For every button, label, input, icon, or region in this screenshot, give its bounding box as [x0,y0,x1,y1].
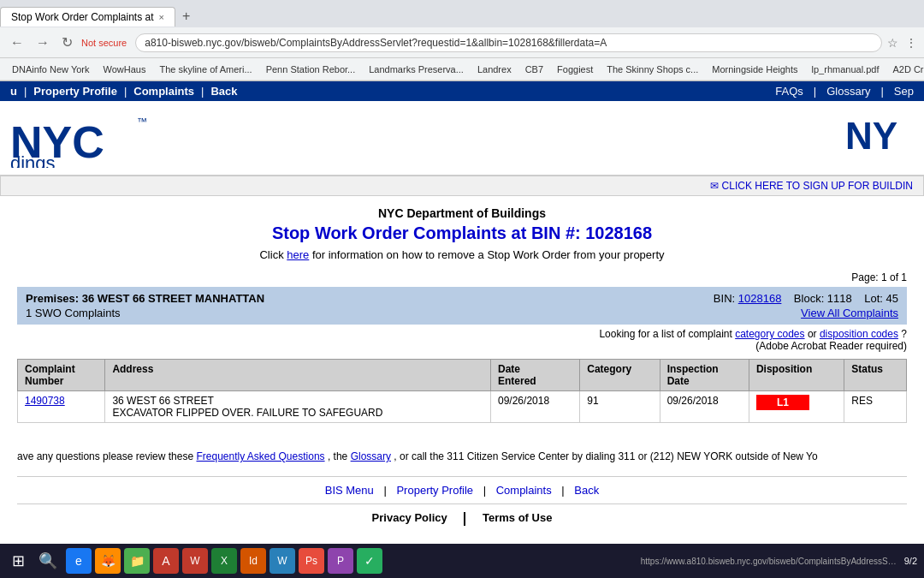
tab-close-button[interactable]: × [159,12,164,22]
col-header-disposition: Disposition [749,360,844,391]
address-line1: 36 WEST 66 STREET [112,395,483,407]
footer-info: ave any questions please review these Fr… [17,444,907,469]
bottom-nav: BIS Menu | Property Profile | Complaints… [17,476,907,504]
back-button[interactable]: ← [7,33,27,52]
menu-icon[interactable]: ⋮ [905,36,917,50]
col-header-inspection: InspectionDate [660,360,749,391]
svg-text:™: ™ [137,116,147,128]
bookmarks-bar: DNAinfo New York WowHaus The skyline of … [0,58,924,80]
privacy-row: Privacy Policy Terms of Use [17,504,907,533]
inspection-date-cell: 09/26/2018 [660,391,749,423]
nav-link-faqs[interactable]: FAQs [775,85,803,98]
premises-label: Premises: 36 WEST 66 STREET MANHATTAN [26,292,264,305]
table-row: 1490738 36 WEST 66 STREET EXCAVATOR FLIP… [18,391,907,423]
bookmark-wowhaus[interactable]: WowHaus [98,63,151,76]
bookmark-landmarks[interactable]: Landmarks Preserva... [364,63,469,76]
svg-text:dings: dings [10,152,56,168]
premises-bar: Premises: 36 WEST 66 STREET MANHATTAN 1 … [17,287,907,325]
col-header-status: Status [844,360,907,391]
category-codes-link[interactable]: category codes [735,328,804,340]
logo-right: NY [845,108,914,162]
main-content: NYC Department of Buildings Stop Work Or… [0,196,924,543]
status-cell: RES [844,391,907,423]
signup-text: CLICK HERE TO SIGN UP FOR BUILDIN [722,180,913,192]
col-header-category: Category [580,360,660,391]
nav-link-property-profile[interactable]: Property Profile [33,85,117,98]
lot-label: Lot: 45 [864,292,898,305]
disposition-badge: L1 [756,395,809,410]
block-label: Block: 1118 [794,292,852,305]
disposition-label: L1 [777,396,789,408]
footer-text-middle: , the [328,450,347,462]
disposition-codes-link[interactable]: disposition codes [820,328,898,340]
stop-work-link[interactable]: here [287,248,309,261]
address-cell: 36 WEST 66 STREET EXCAVATOR FLIPPED OVER… [105,391,491,423]
nav-link-glossary[interactable]: Glossary [826,85,870,98]
forward-button[interactable]: → [33,33,53,52]
bookmark-penn[interactable]: Penn Station Rebor... [261,63,361,76]
bookmark-landrex[interactable]: Landrex [472,63,517,76]
privacy-divider [464,512,465,526]
ny-state-logo: NY [845,108,914,159]
svg-text:NY: NY [845,115,897,157]
bottom-nav-complaints[interactable]: Complaints [496,484,552,497]
email-icon: ✉ [710,180,719,192]
glossary-footer-link[interactable]: Glossary [351,450,391,462]
bottom-nav-property-profile[interactable]: Property Profile [396,484,473,497]
dept-title: NYC Department of Buildings [17,206,907,220]
nyc-logo: NYC ™ dings [10,108,147,168]
stop-work-text-after: for information on how to remove a Stop … [312,248,665,261]
footer-text-after: , or call the 311 Citizen Service Center… [394,450,817,462]
category-cell: 91 [580,391,660,423]
faq-link[interactable]: Frequently Asked Questions [196,450,324,462]
bookmark-pdf[interactable]: lp_rhmanual.pdf [807,63,885,76]
privacy-policy-link[interactable]: Privacy Policy [372,511,447,524]
nav-link-u[interactable]: u [10,85,17,98]
bookmark-skinny[interactable]: The Skinny Shops c... [601,63,703,76]
complaint-number-cell: 1490738 [18,391,105,423]
bookmark-cb7[interactable]: CB7 [520,63,548,76]
col-header-date: DateEntered [491,360,580,391]
tab-title: Stop Work Order Complaints at [11,11,154,23]
address-bar[interactable] [135,33,882,52]
premises-right: BIN: 1028168 Block: 1118 Lot: 45 View Al… [714,292,898,319]
stop-work-text-before: Click [259,248,283,261]
browser-tab[interactable]: Stop Work Order Complaints at × [0,7,175,27]
view-all-complaints-link[interactable]: View All Complaints [714,307,898,319]
terms-of-use-link[interactable]: Terms of Use [483,511,552,524]
disposition-cell: L1 [749,391,844,423]
footer-text-before: ave any questions please review these [17,450,193,462]
nav-link-complaints[interactable]: Complaints [133,85,194,98]
page-heading: Stop Work Order Complaints at BIN #: 102… [17,223,907,243]
bookmark-icon[interactable]: ☆ [887,36,898,50]
complaints-table: ComplaintNumber Address DateEntered Cate… [17,359,907,423]
complaint-info-or: or [808,328,817,340]
complaint-number-link[interactable]: 1490738 [25,395,65,407]
bookmark-skyline[interactable]: The skyline of Ameri... [154,63,257,76]
security-warning: Not secure [81,38,127,48]
address-line2: EXCAVATOR FLIPPED OVER. FAILURE TO SAFEG… [112,407,483,419]
bin-label: BIN: [714,292,735,305]
nav-link-sep[interactable]: Sep [894,85,914,98]
signup-banner[interactable]: ✉ CLICK HERE TO SIGN UP FOR BUILDIN [0,176,924,196]
col-header-address: Address [105,360,491,391]
logo-area: NYC ™ dings NY [0,101,924,176]
complaint-info-question: ? [901,328,907,340]
bookmark-a2d[interactable]: A2D Creations by A... [887,63,924,76]
reload-button[interactable]: ↻ [58,33,76,52]
bookmark-foggiest[interactable]: Foggiest [552,63,598,76]
page-number: Page: 1 of 1 [17,271,907,283]
bin-link[interactable]: 1028168 [738,292,782,305]
complaint-info-text1: Looking for a list of complaint [599,328,732,340]
adobe-note: (Adobe Acrobat Reader required) [755,340,907,352]
complaint-count: 1 SWO Complaints [26,307,264,319]
bookmark-dninfo[interactable]: DNAinfo New York [7,63,95,76]
nav-link-back[interactable]: Back [210,85,237,98]
bottom-nav-back[interactable]: Back [574,484,599,497]
new-tab-button[interactable]: + [175,9,197,24]
bottom-nav-bis-menu[interactable]: BIS Menu [325,484,374,497]
complaint-info-row: Looking for a list of complaint category… [17,325,907,355]
col-header-complaint-number: ComplaintNumber [18,360,105,391]
stop-work-info: Click here for information on how to rem… [17,248,907,261]
bookmark-morningside[interactable]: Morningside Heights [707,63,803,76]
